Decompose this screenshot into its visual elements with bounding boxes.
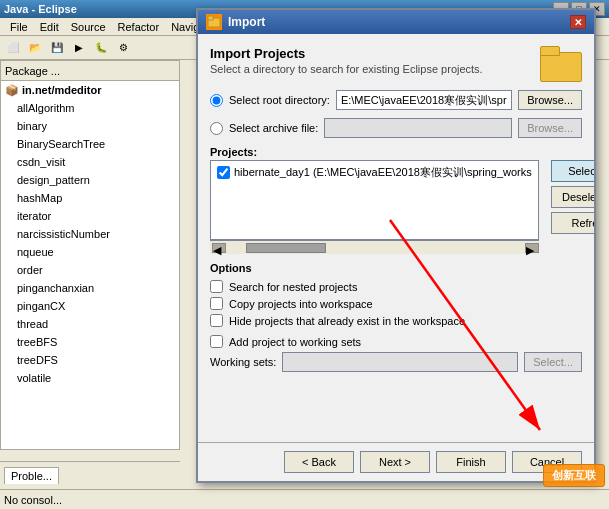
svg-rect-1 xyxy=(208,16,213,20)
tree-item-pingan[interactable]: pinganchanxian xyxy=(1,279,179,297)
scroll-left-btn[interactable]: ◀ xyxy=(212,243,226,253)
select-all-button[interactable]: Select All xyxy=(551,160,594,182)
scroll-right-btn[interactable]: ▶ xyxy=(525,243,539,253)
tree-item-allalgorithm[interactable]: allAlgorithm xyxy=(1,99,179,117)
dialog-title: Import xyxy=(228,15,570,29)
tree-item-nqueue[interactable]: nqueue xyxy=(1,243,179,261)
root-directory-label: Select root directory: xyxy=(229,94,330,106)
tree-root[interactable]: 📦 in.net/mdeditor xyxy=(1,81,179,99)
toolbar-new[interactable]: ⬜ xyxy=(2,38,24,58)
toolbar-open[interactable]: 📂 xyxy=(24,38,46,58)
projects-area: hibernate_day1 (E:\MEC\javaEE\2018寒假实训\s… xyxy=(210,160,539,240)
select-working-sets-button[interactable]: Select... xyxy=(524,352,582,372)
folder-icon xyxy=(540,46,582,82)
options-label: Options xyxy=(210,262,582,274)
menu-edit[interactable]: Edit xyxy=(34,18,65,36)
tree-item-design[interactable]: design_pattern xyxy=(1,171,179,189)
tree-item-order[interactable]: order xyxy=(1,261,179,279)
tree-item-binarysearchtree[interactable]: BinarySearchTree xyxy=(1,135,179,153)
copy-projects-label: Copy projects into workspace xyxy=(229,298,373,310)
toolbar-debug[interactable]: 🐛 xyxy=(90,38,112,58)
tree-item-treebfs[interactable]: treeBFS xyxy=(1,333,179,351)
add-working-sets-checkbox[interactable] xyxy=(210,335,223,348)
archive-file-label: Select archive file: xyxy=(229,122,318,134)
menu-refactor[interactable]: Refactor xyxy=(112,18,166,36)
project-checkbox[interactable] xyxy=(217,166,230,179)
status-text: No consol... xyxy=(4,494,62,506)
watermark: 创新互联 xyxy=(543,464,605,487)
menu-source[interactable]: Source xyxy=(65,18,112,36)
refresh-button[interactable]: Refresh xyxy=(551,212,594,234)
archive-file-input[interactable] xyxy=(324,118,512,138)
archive-file-radio[interactable] xyxy=(210,122,223,135)
root-directory-row: Select root directory: Browse... xyxy=(210,90,582,110)
back-button[interactable]: < Back xyxy=(284,451,354,473)
tree-item-binary[interactable]: binary xyxy=(1,117,179,135)
projects-section: Projects: hibernate_day1 (E:\MEC\javaEE\… xyxy=(210,146,582,254)
tree-item-hashmap[interactable]: hashMap xyxy=(1,189,179,207)
option-hide-projects: Hide projects that already exist in the … xyxy=(210,314,582,327)
dialog-body: Import Projects Select a directory to se… xyxy=(198,34,594,442)
root-directory-input[interactable] xyxy=(336,90,512,110)
bottom-tabs: Proble... xyxy=(0,461,180,489)
nested-projects-label: Search for nested projects xyxy=(229,281,357,293)
projects-label: Projects: xyxy=(210,146,582,158)
option-copy-projects: Copy projects into workspace xyxy=(210,297,582,310)
add-to-working-sets-row: Add project to working sets xyxy=(210,335,582,348)
next-button[interactable]: Next > xyxy=(360,451,430,473)
working-sets-row: Working sets: Select... xyxy=(210,352,582,372)
package-explorer: Package ... 📦 in.net/mdeditor allAlgorit… xyxy=(0,60,180,450)
dialog-footer: < Back Next > Finish Cancel xyxy=(198,442,594,481)
working-sets-section: Add project to working sets Working sets… xyxy=(210,335,582,372)
dialog-header-row: Import Projects Select a directory to se… xyxy=(210,46,582,82)
toolbar-settings[interactable]: ⚙ xyxy=(112,38,134,58)
project-label: hibernate_day1 (E:\MEC\javaEE\2018寒假实训\s… xyxy=(234,165,532,180)
add-working-sets-label: Add project to working sets xyxy=(229,336,361,348)
nested-projects-checkbox[interactable] xyxy=(210,280,223,293)
problems-tab[interactable]: Proble... xyxy=(4,467,59,484)
tree-item-iterator[interactable]: iterator xyxy=(1,207,179,225)
status-bar: No consol... xyxy=(0,489,609,509)
working-sets-input[interactable] xyxy=(282,352,518,372)
panel-header: Package ... xyxy=(1,61,179,81)
toolbar-save[interactable]: 💾 xyxy=(46,38,68,58)
dialog-icon xyxy=(206,14,222,30)
import-dialog: Import ✕ Import Projects Select a direct… xyxy=(196,8,596,483)
tree-item-thread[interactable]: thread xyxy=(1,315,179,333)
eclipse-background: Java - Eclipse _ □ ✕ File Edit Source Re… xyxy=(0,0,609,509)
working-sets-label: Working sets: xyxy=(210,356,276,368)
tree-item-volatile[interactable]: volatile xyxy=(1,369,179,387)
tree-item-pingancx[interactable]: pinganCX xyxy=(1,297,179,315)
dialog-close-button[interactable]: ✕ xyxy=(570,15,586,29)
root-directory-radio[interactable] xyxy=(210,94,223,107)
hide-projects-checkbox[interactable] xyxy=(210,314,223,327)
horizontal-scrollbar[interactable]: ◀ ▶ xyxy=(210,240,539,254)
finish-button[interactable]: Finish xyxy=(436,451,506,473)
dialog-titlebar: Import ✕ xyxy=(198,10,594,34)
tree-item-csdn[interactable]: csdn_visit xyxy=(1,153,179,171)
archive-file-row: Select archive file: Browse... xyxy=(210,118,582,138)
project-item-hibernate[interactable]: hibernate_day1 (E:\MEC\javaEE\2018寒假实训\s… xyxy=(213,163,536,182)
projects-actions: Select All Deselect All Refresh xyxy=(545,160,594,254)
option-nested-projects: Search for nested projects xyxy=(210,280,582,293)
dialog-subtitle: Select a directory to search for existin… xyxy=(210,63,483,75)
hide-projects-label: Hide projects that already exist in the … xyxy=(229,315,465,327)
browse-root-button[interactable]: Browse... xyxy=(518,90,582,110)
options-section: Options Search for nested projects Copy … xyxy=(210,262,582,327)
toolbar-run[interactable]: ▶ xyxy=(68,38,90,58)
tree-item-narcissistic[interactable]: narcissisticNumber xyxy=(1,225,179,243)
copy-projects-checkbox[interactable] xyxy=(210,297,223,310)
browse-archive-button[interactable]: Browse... xyxy=(518,118,582,138)
panel-title: Package ... xyxy=(5,65,175,77)
dialog-heading: Import Projects xyxy=(210,46,483,61)
projects-list: hibernate_day1 (E:\MEC\javaEE\2018寒假实训\s… xyxy=(211,161,538,184)
scroll-thumb[interactable] xyxy=(246,243,326,253)
menu-file[interactable]: File xyxy=(4,18,34,36)
deselect-all-button[interactable]: Deselect All xyxy=(551,186,594,208)
tree-item-treedfs[interactable]: treeDFS xyxy=(1,351,179,369)
